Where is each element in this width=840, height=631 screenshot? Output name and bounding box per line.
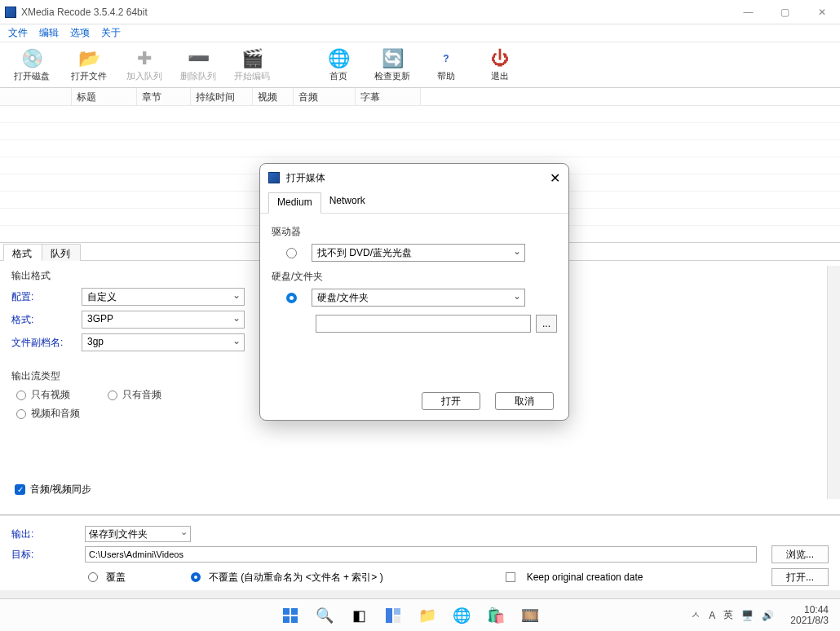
menu-bar: 文件 编辑 选项 关于 (0, 24, 840, 42)
dialog-tab-medium[interactable]: Medium (268, 192, 321, 214)
extension-value: 3gp (87, 336, 104, 347)
format-value: 3GPP (87, 313, 113, 324)
tab-queue[interactable]: 队列 (42, 244, 81, 261)
hdd-path-input[interactable] (316, 315, 531, 333)
exit-label: 退出 (491, 70, 509, 82)
grid-header: 标题 章节 持续时间 视频 音频 字幕 (0, 88, 840, 106)
network-icon[interactable]: 🖥️ (741, 610, 754, 621)
menu-about[interactable]: 关于 (96, 24, 126, 42)
task-view-icon[interactable]: ◧ (344, 602, 374, 629)
add-queue-button[interactable]: ✚ 加入队列 (122, 48, 166, 82)
help-icon: ? (435, 48, 457, 69)
extension-label: 文件副档名: (11, 336, 82, 350)
store-icon[interactable]: 🛍️ (481, 602, 511, 629)
start-encode-button[interactable]: 🎬 开始编码 (230, 48, 274, 82)
help-label: 帮助 (437, 70, 455, 82)
dialog-open-button[interactable]: 打开 (422, 392, 480, 410)
maximize-button[interactable]: ▢ (767, 0, 803, 24)
clock-date: 2021/8/3 (790, 616, 829, 626)
radio-drive[interactable] (286, 248, 297, 258)
help-button[interactable]: ? 帮助 (424, 48, 468, 82)
start-encode-label: 开始编码 (234, 70, 270, 82)
radio-no-overwrite[interactable] (191, 572, 201, 582)
home-button[interactable]: 🌐 首页 (316, 48, 360, 82)
target-path-input[interactable] (85, 546, 757, 563)
close-button[interactable]: ✕ (803, 0, 840, 24)
profile-select[interactable]: 自定义 (82, 288, 245, 306)
grid-col-duration[interactable]: 持续时间 (191, 88, 253, 105)
dialog-tabs: Medium Network (260, 192, 568, 214)
output-mode-select[interactable]: 保存到文件夹 (85, 526, 191, 542)
output-mode-value: 保存到文件夹 (89, 528, 148, 540)
dialog-body: 驱动器 找不到 DVD/蓝光光盘 硬盘/文件夹 硬盘/文件夹 ... (260, 214, 568, 342)
keep-date-checkbox[interactable] (506, 572, 515, 582)
exit-button[interactable]: ⏻ 退出 (478, 48, 522, 82)
av-sync-checkbox-row[interactable]: ✓ 音频/视频同步 (15, 483, 91, 496)
open-file-label: 打开文件 (71, 70, 107, 82)
svg-rect-5 (394, 608, 400, 615)
profile-label: 配置: (11, 290, 82, 304)
widgets-icon[interactable] (378, 602, 408, 629)
video-audio-label: 视频和音频 (31, 407, 80, 421)
ime-a-icon[interactable]: A (709, 610, 715, 621)
delete-queue-button[interactable]: ➖ 删除队列 (176, 48, 220, 82)
taskbar-apps: 🔍 ◧ 📁 🌐 🛍️ 🎞️ (276, 602, 545, 629)
grid-col-chapter[interactable]: 章节 (137, 88, 191, 105)
clock[interactable]: 10:44 2021/8/3 (790, 605, 829, 626)
radio-video-audio[interactable]: 视频和音频 (16, 407, 80, 421)
checkbox-checked-icon: ✓ (15, 484, 25, 495)
add-queue-label: 加入队列 (126, 70, 162, 82)
minimize-button[interactable]: — (730, 0, 767, 24)
edge-icon[interactable]: 🌐 (447, 602, 476, 629)
dialog-cancel-button[interactable]: 取消 (495, 392, 554, 410)
grid-col-blank[interactable] (0, 88, 72, 105)
overwrite-label: 覆盖 (106, 571, 126, 585)
menu-edit[interactable]: 编辑 (34, 24, 64, 42)
search-icon[interactable]: 🔍 (310, 602, 339, 629)
titlebar: XMedia Recode 3.5.4.2 64bit — ▢ ✕ (0, 0, 840, 24)
radio-only-audio[interactable]: 只有音频 (108, 388, 161, 402)
grid-col-subtitle[interactable]: 字幕 (356, 88, 421, 105)
globe-icon: 🌐 (328, 48, 349, 69)
menu-options[interactable]: 选项 (65, 24, 95, 42)
dialog-close-button[interactable]: ✕ (550, 170, 560, 186)
plus-icon: ✚ (134, 48, 155, 69)
file-explorer-icon[interactable]: 📁 (413, 602, 442, 629)
check-update-button[interactable]: 🔄 检查更新 (370, 48, 414, 82)
ime-lang-icon[interactable]: 英 (723, 608, 733, 622)
open-output-button[interactable]: 打开... (771, 568, 829, 586)
app-icon (5, 7, 16, 18)
dialog-tab-network[interactable]: Network (321, 192, 374, 213)
grid-col-video[interactable]: 视频 (253, 88, 294, 105)
grid-col-audio[interactable]: 音频 (294, 88, 356, 105)
start-button[interactable] (276, 602, 305, 629)
svg-rect-2 (283, 616, 290, 623)
svg-rect-3 (291, 616, 298, 623)
open-disc-button[interactable]: 💿 打开磁盘 (8, 48, 55, 82)
folder-open-icon: 📂 (78, 48, 99, 69)
vertical-scrollbar[interactable] (827, 266, 840, 499)
power-icon: ⏻ (489, 48, 511, 69)
open-media-dialog: 打开媒体 ✕ Medium Network 驱动器 找不到 DVD/蓝光光盘 硬… (259, 163, 569, 421)
radio-hdd[interactable] (286, 293, 297, 303)
format-select[interactable]: 3GPP (82, 311, 245, 329)
extension-select[interactable]: 3gp (82, 333, 245, 351)
taskbar: 🔍 ◧ 📁 🌐 🛍️ 🎞️ ㅅ A 英 🖥️ 🔊 10:44 2021/8/3 (0, 598, 840, 631)
volume-icon[interactable]: 🔊 (762, 610, 774, 621)
film-icon: 🎬 (241, 48, 263, 69)
hdd-select[interactable]: 硬盘/文件夹 (312, 289, 525, 307)
xmedia-app-icon[interactable]: 🎞️ (515, 602, 545, 629)
grid-col-title[interactable]: 标题 (72, 88, 137, 105)
browse-button[interactable]: 浏览... (771, 545, 829, 563)
window-controls: — ▢ ✕ (730, 0, 840, 24)
hdd-browse-button[interactable]: ... (536, 315, 557, 333)
tab-format[interactable]: 格式 (3, 244, 42, 261)
drive-select[interactable]: 找不到 DVD/蓝光光盘 (312, 244, 525, 262)
open-disc-label: 打开磁盘 (14, 70, 50, 82)
radio-overwrite[interactable] (88, 572, 98, 582)
menu-file[interactable]: 文件 (3, 24, 33, 42)
av-sync-label: 音频/视频同步 (30, 483, 91, 496)
tray-overflow-icon[interactable]: ㅅ (691, 608, 701, 622)
open-file-button[interactable]: 📂 打开文件 (65, 48, 113, 82)
radio-only-video[interactable]: 只有视频 (16, 388, 70, 402)
